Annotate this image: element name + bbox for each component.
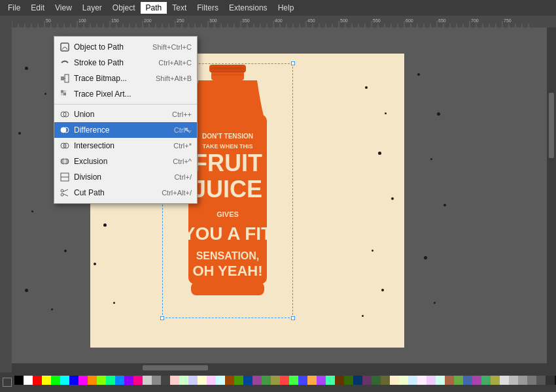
palette-color-swatch[interactable] <box>262 376 271 385</box>
svg-rect-119 <box>63 93 66 95</box>
palette-color-swatch[interactable] <box>69 376 78 385</box>
palette-color-swatch[interactable] <box>518 376 527 385</box>
svg-text:550: 550 <box>373 18 381 23</box>
ruler-corner <box>0 16 12 27</box>
palette-color-swatch[interactable] <box>399 376 408 385</box>
palette-color-swatch[interactable] <box>546 376 555 385</box>
no-color-swatch[interactable] <box>3 378 12 387</box>
horizontal-scrollbar[interactable] <box>12 363 556 372</box>
horizontal-scrollbar-thumb[interactable] <box>143 365 208 370</box>
menu-view[interactable]: View <box>50 2 77 14</box>
palette-color-swatch[interactable] <box>436 376 445 385</box>
menu-difference[interactable]: Difference Ctrl+- ↖ <box>54 122 197 138</box>
palette-color-swatch[interactable] <box>252 376 262 385</box>
palette-color-swatch[interactable] <box>161 376 170 385</box>
palette-color-swatch[interactable] <box>326 376 335 385</box>
palette-color-swatch[interactable] <box>216 376 225 385</box>
menu-file[interactable]: File <box>3 2 26 14</box>
menu-edit[interactable]: Edit <box>26 2 50 14</box>
menu-path[interactable]: Path <box>141 2 167 14</box>
palette-color-swatch[interactable] <box>188 376 198 385</box>
palette-color-swatch[interactable] <box>372 376 381 385</box>
selection-handle-bl[interactable] <box>160 316 164 320</box>
palette-color-swatch[interactable] <box>317 376 326 385</box>
palette-color-swatch[interactable] <box>527 376 536 385</box>
palette-color-swatch[interactable] <box>390 376 399 385</box>
palette-color-swatch[interactable] <box>472 376 481 385</box>
menu-trace-bitmap[interactable]: Trace Bitmap... Shift+Alt+B <box>54 71 197 86</box>
palette-color-swatch[interactable] <box>106 376 115 385</box>
palette-color-swatch[interactable] <box>143 376 152 385</box>
palette-color-swatch[interactable] <box>335 376 344 385</box>
palette-color-swatch[interactable] <box>289 376 298 385</box>
menu-stroke-to-path[interactable]: Stroke to Path Ctrl+Alt+C <box>54 55 197 71</box>
svg-rect-97 <box>0 27 12 372</box>
palette-color-swatch[interactable] <box>381 376 390 385</box>
palette-color-swatch[interactable] <box>536 376 546 385</box>
palette-color-swatch[interactable] <box>353 376 362 385</box>
palette-color-swatch[interactable] <box>60 376 69 385</box>
selection-handle-br[interactable] <box>291 316 295 320</box>
palette-color-swatch[interactable] <box>426 376 436 385</box>
palette-color-swatch[interactable] <box>307 376 317 385</box>
menu-exclusion[interactable]: Exclusion Ctrl+^ <box>54 154 197 169</box>
menu-extensions[interactable]: Extensions <box>224 2 273 14</box>
palette-color-swatch[interactable] <box>78 376 88 385</box>
menu-intersection[interactable]: Intersection Ctrl+* <box>54 138 197 154</box>
palette-color-swatch[interactable] <box>454 376 463 385</box>
palette-color-swatch[interactable] <box>491 376 500 385</box>
palette-color-swatch[interactable] <box>14 376 24 385</box>
palette-color-swatch[interactable] <box>24 376 33 385</box>
cursor-indicator: ↖ <box>184 125 192 135</box>
palette-color-swatch[interactable] <box>198 376 207 385</box>
selection-handle-tr[interactable] <box>291 61 295 65</box>
menu-filters[interactable]: Filters <box>192 2 224 14</box>
palette-color-swatch[interactable] <box>115 376 124 385</box>
palette-color-swatch[interactable] <box>481 376 491 385</box>
palette-color-swatch[interactable] <box>271 376 280 385</box>
palette-color-swatch[interactable] <box>33 376 42 385</box>
object-to-path-icon <box>60 42 70 52</box>
palette-color-swatch[interactable] <box>463 376 472 385</box>
palette-color-swatch[interactable] <box>408 376 417 385</box>
svg-rect-117 <box>63 90 66 93</box>
menu-help[interactable]: Help <box>273 2 300 14</box>
menu-text[interactable]: Text <box>167 2 192 14</box>
menu-cut-path[interactable]: Cut Path Ctrl+Alt+/ <box>54 185 197 201</box>
menu-object-to-path[interactable]: Object to Path Shift+Ctrl+C <box>54 39 197 55</box>
palette-color-swatch[interactable] <box>509 376 518 385</box>
palette-color-swatch[interactable] <box>362 376 372 385</box>
palette-color-swatch[interactable] <box>344 376 353 385</box>
palette-color-swatch[interactable] <box>152 376 161 385</box>
palette-color-swatch[interactable] <box>124 376 133 385</box>
palette-color-swatch[interactable] <box>97 376 106 385</box>
vertical-scrollbar[interactable] <box>547 27 556 363</box>
union-icon <box>60 109 70 120</box>
palette-color-swatch[interactable] <box>280 376 289 385</box>
menu-trace-pixel-art[interactable]: Trace Pixel Art... <box>54 86 197 102</box>
svg-text:YOU A FIT: YOU A FIT <box>183 223 272 244</box>
menu-division[interactable]: Division Ctrl+/ <box>54 169 197 185</box>
palette-color-swatch[interactable] <box>243 376 252 385</box>
palette-color-swatch[interactable] <box>179 376 188 385</box>
palette-color-swatch[interactable] <box>170 376 179 385</box>
palette-color-swatch[interactable] <box>51 376 60 385</box>
palette-color-swatch[interactable] <box>42 376 51 385</box>
menu-layer[interactable]: Layer <box>77 2 107 14</box>
palette-color-swatch[interactable] <box>133 376 143 385</box>
vertical-scrollbar-thumb[interactable] <box>549 93 554 158</box>
difference-label: Difference <box>74 125 174 135</box>
palette-color-swatch[interactable] <box>207 376 216 385</box>
palette-color-swatch[interactable] <box>445 376 454 385</box>
palette-color-swatch[interactable] <box>88 376 97 385</box>
exclusion-shortcut: Ctrl+^ <box>173 157 192 165</box>
palette-color-swatch[interactable] <box>500 376 509 385</box>
menu-union[interactable]: Union Ctrl++ <box>54 106 197 122</box>
svg-text:600: 600 <box>406 18 413 23</box>
palette-color-swatch[interactable] <box>298 376 307 385</box>
palette-color-swatch[interactable] <box>225 376 234 385</box>
palette-color-swatch[interactable] <box>234 376 243 385</box>
menu-object[interactable]: Object <box>107 2 141 14</box>
object-to-path-shortcut: Shift+Ctrl+C <box>152 43 192 51</box>
palette-color-swatch[interactable] <box>417 376 426 385</box>
